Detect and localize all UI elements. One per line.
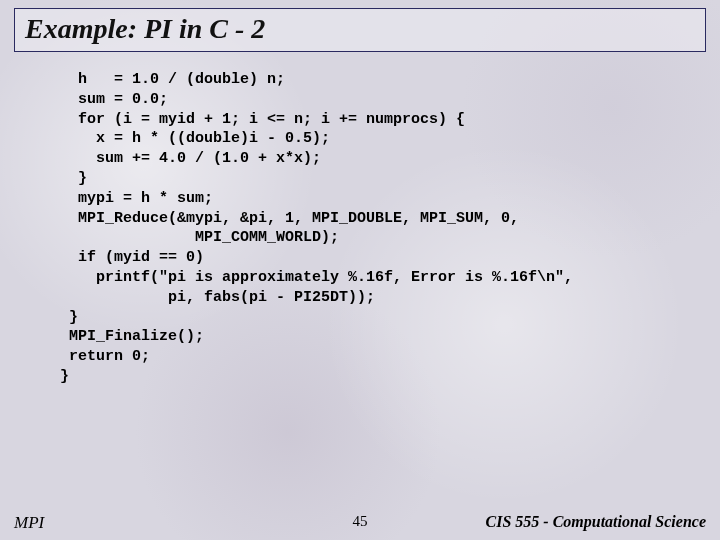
footer-right: CIS 555 - Computational Science	[486, 513, 706, 531]
title-box: Example: PI in C - 2	[14, 8, 706, 52]
footer: MPI 45 CIS 555 - Computational Science	[0, 513, 720, 530]
slide-title: Example: PI in C - 2	[25, 13, 695, 45]
code-block: h = 1.0 / (double) n; sum = 0.0; for (i …	[60, 70, 692, 387]
footer-left: MPI	[14, 513, 44, 533]
